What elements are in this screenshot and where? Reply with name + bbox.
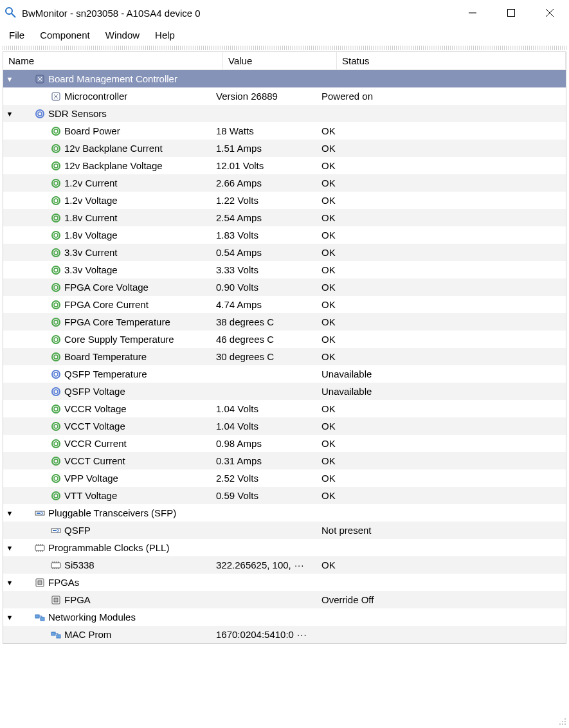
row-v18v[interactable]: 1.8v Voltage1.83 VoltsOK	[3, 226, 566, 244]
node-name: VCCR Voltage	[64, 403, 127, 414]
row-cst[interactable]: Core Supply Temperature46 degrees COK	[3, 331, 566, 348]
node-status: OK	[320, 438, 566, 449]
node-name: Microcontroller	[64, 91, 127, 102]
menu-window[interactable]: Window	[104, 28, 141, 42]
node-icon	[50, 560, 62, 571]
node-icon	[50, 490, 62, 502]
node-name: VCCR Current	[64, 438, 127, 449]
row-fpgas[interactable]: ▼FPGAs	[3, 574, 566, 591]
node-icon	[50, 230, 62, 241]
row-vttv[interactable]: VTT Voltage0.59 VoltsOK	[3, 487, 566, 504]
expand-caret-icon[interactable]: ▼	[5, 579, 15, 587]
expand-caret-icon[interactable]: ▼	[5, 509, 15, 517]
row-qsfp[interactable]: QSFPNot present	[3, 522, 566, 539]
row-bp12v[interactable]: 12v Backplane Voltage12.01 VoltsOK	[3, 157, 566, 174]
row-fpgact[interactable]: FPGA Core Temperature38 degrees COK	[3, 313, 566, 331]
node-icon	[50, 386, 62, 397]
row-qsfpv[interactable]: QSFP VoltageUnavailable	[3, 383, 566, 400]
row-v12v[interactable]: 1.2v Voltage1.22 VoltsOK	[3, 192, 566, 209]
expand-caret-icon[interactable]: ▼	[5, 110, 15, 118]
row-net[interactable]: ▼Networking Modules	[3, 608, 566, 626]
menu-file[interactable]: File	[8, 28, 26, 42]
row-vcctv[interactable]: VCCT Voltage1.04 VoltsOK	[3, 417, 566, 435]
toolbar-gripper[interactable]	[3, 46, 566, 50]
node-value: 12.01 Volts	[215, 160, 320, 171]
row-si5338[interactable]: Si5338322.265625, 100, ···OK	[3, 556, 566, 574]
row-vccrv[interactable]: VCCR Voltage1.04 VoltsOK	[3, 400, 566, 417]
maximize-button[interactable]	[492, 0, 530, 26]
titlebar[interactable]: BwMonitor - sn203058 - A10SA4 device 0	[0, 0, 569, 26]
node-icon	[50, 351, 62, 363]
minimize-button[interactable]	[453, 0, 492, 26]
node-icon	[50, 455, 62, 467]
node-name: Si5338	[64, 560, 95, 570]
column-value[interactable]: Value	[223, 52, 337, 69]
row-pll[interactable]: ▼Programmable Clocks (PLL)	[3, 539, 566, 556]
node-name: Programmable Clocks (PLL)	[48, 542, 169, 553]
row-bp12c[interactable]: 12v Backplane Current1.51 AmpsOK	[3, 140, 566, 157]
expand-caret-icon[interactable]: ▼	[5, 544, 15, 552]
node-status: Override Off	[320, 594, 566, 605]
column-status[interactable]: Status	[337, 52, 566, 69]
expand-caret-icon[interactable]: ▼	[5, 614, 15, 621]
node-status: OK	[320, 421, 566, 432]
column-name[interactable]: Name	[3, 52, 223, 69]
node-name: Board Temperature	[64, 351, 147, 362]
row-fpgacc[interactable]: FPGA Core Current4.74 AmpsOK	[3, 296, 566, 313]
node-icon	[50, 195, 62, 206]
row-fpga[interactable]: FPGAOverride Off	[3, 591, 566, 608]
node-name: 3.3v Current	[64, 247, 118, 258]
menubar: File Component Window Help	[0, 26, 569, 46]
node-icon	[50, 629, 62, 641]
node-value: 18 Watts	[215, 125, 320, 136]
node-name: Pluggable Transceivers (SFP)	[48, 507, 176, 518]
node-name: 1.2v Voltage	[64, 195, 118, 206]
row-v12c[interactable]: 1.2v Current2.66 AmpsOK	[3, 174, 566, 192]
node-status: OK	[320, 473, 566, 484]
node-icon	[50, 143, 62, 154]
node-name: VPP Voltage	[64, 473, 118, 484]
node-name: Networking Modules	[48, 612, 136, 623]
row-bmc[interactable]: ▼Board Management Controller	[3, 70, 566, 87]
expand-caret-icon[interactable]: ▼	[5, 75, 15, 83]
node-status: OK	[320, 195, 566, 206]
node-value: 0.59 Volts	[215, 490, 320, 501]
node-icon	[50, 91, 62, 102]
row-microcontroller[interactable]: MicrocontrollerVersion 26889Powered on	[3, 87, 566, 105]
node-icon	[50, 160, 62, 172]
menu-component[interactable]: Component	[39, 28, 91, 42]
node-icon	[50, 299, 62, 311]
node-icon	[50, 438, 62, 450]
row-v33v[interactable]: 3.3v Voltage3.33 VoltsOK	[3, 261, 566, 278]
row-sfp[interactable]: ▼Pluggable Transceivers (SFP)	[3, 504, 566, 522]
node-status: OK	[320, 299, 566, 310]
node-value: 3.33 Volts	[215, 264, 320, 275]
node-name: Board Management Controller	[48, 73, 177, 84]
node-status: OK	[320, 143, 566, 154]
row-v18c[interactable]: 1.8v Current2.54 AmpsOK	[3, 209, 566, 226]
row-macprom[interactable]: MAC Prom1670:0204:5410:0 ···	[3, 626, 566, 643]
node-name: FPGA Core Current	[64, 299, 149, 310]
node-status: OK	[320, 212, 566, 223]
row-v33c[interactable]: 3.3v Current0.54 AmpsOK	[3, 244, 566, 261]
node-name: VTT Voltage	[64, 490, 117, 501]
close-button[interactable]	[530, 0, 569, 26]
node-name: FPGA	[64, 594, 91, 605]
row-sdr[interactable]: ▼SDR Sensors	[3, 105, 566, 122]
node-icon	[34, 73, 46, 85]
row-qsfpt[interactable]: QSFP TemperatureUnavailable	[3, 365, 566, 383]
row-boardpower[interactable]: Board Power18 WattsOK	[3, 122, 566, 140]
node-name: 1.8v Current	[64, 212, 118, 223]
row-vccrc[interactable]: VCCR Current0.98 AmpsOK	[3, 435, 566, 452]
menu-help[interactable]: Help	[154, 28, 176, 42]
node-value: 2.66 Amps	[215, 177, 320, 188]
node-name: SDR Sensors	[48, 108, 107, 119]
node-status: OK	[320, 125, 566, 136]
row-vppv[interactable]: VPP Voltage2.52 VoltsOK	[3, 469, 566, 487]
node-value: 1.04 Volts	[215, 421, 320, 432]
node-value: 4.74 Amps	[215, 299, 320, 310]
node-status: OK	[320, 160, 566, 171]
row-vcctc[interactable]: VCCT Current0.31 AmpsOK	[3, 452, 566, 469]
row-fpgacv[interactable]: FPGA Core Voltage0.90 VoltsOK	[3, 278, 566, 296]
row-bt[interactable]: Board Temperature30 degrees COK	[3, 348, 566, 365]
